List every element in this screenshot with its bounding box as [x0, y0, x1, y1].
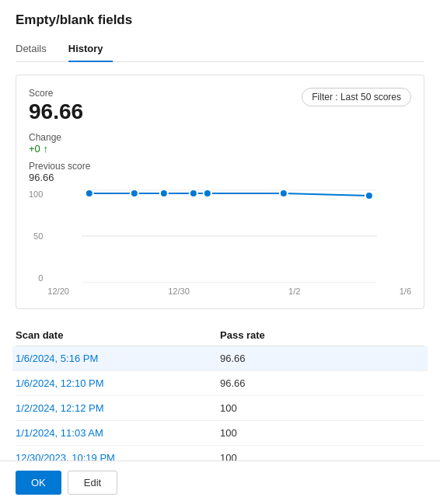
header-pass-rate: Pass rate [220, 329, 424, 341]
line-chart-svg [47, 189, 411, 283]
scan-date-cell[interactable]: 1/2/2024, 12:12 PM [16, 402, 220, 414]
svg-point-7 [204, 189, 211, 197]
pass-rate-cell: 96.66 [220, 353, 424, 364]
chart-header: Score 96.66 Change +0 ↑ Previous score 9… [29, 88, 411, 183]
table-row: 1/6/2024, 12:10 PM96.66 [16, 371, 424, 396]
scan-date-cell[interactable]: 1/6/2024, 5:16 PM [16, 353, 220, 364]
y-label-100: 100 [29, 189, 43, 199]
x-label-12: 1/2 [288, 287, 300, 296]
score-section: Score 96.66 Change +0 ↑ Previous score 9… [29, 88, 90, 183]
pass-rate-cell: 100 [220, 402, 424, 414]
edit-button[interactable]: Edit [68, 471, 117, 495]
score-value: 96.66 [29, 100, 90, 124]
prev-score-value: 96.66 [29, 172, 90, 183]
y-axis: 100 50 0 [29, 189, 47, 283]
table-row: 1/1/2024, 11:03 AM100 [16, 421, 424, 446]
pass-rate-cell: 100 [220, 427, 424, 439]
svg-point-4 [131, 189, 138, 197]
x-label-1230: 12/30 [168, 287, 190, 296]
chart-wrapper: 100 50 0 [29, 189, 411, 296]
chart-card: Score 96.66 Change +0 ↑ Previous score 9… [16, 75, 424, 309]
table-row: 1/2/2024, 12:12 PM100 [16, 396, 424, 421]
change-value: +0 ↑ [29, 143, 90, 155]
tab-history[interactable]: History [68, 38, 113, 62]
score-label: Score [29, 88, 90, 99]
tab-bar: Details History [16, 37, 424, 62]
scan-date-cell[interactable]: 1/1/2024, 11:03 AM [16, 427, 220, 439]
header-scan-date: Scan date [16, 329, 220, 341]
y-label-50: 50 [33, 231, 43, 241]
x-label-16: 1/6 [400, 287, 411, 296]
svg-point-9 [365, 192, 373, 200]
x-label-1220: 12/20 [47, 287, 69, 296]
table-header: Scan date Pass rate [16, 325, 424, 346]
footer: OK Edit [0, 461, 440, 504]
prev-score-label: Previous score [29, 161, 90, 172]
filter-button[interactable]: Filter : Last 50 scores [302, 88, 411, 106]
y-label-0: 0 [38, 273, 43, 283]
change-label: Change [29, 132, 90, 143]
chart-svg-container: 12/20 12/30 1/2 1/6 [47, 189, 411, 296]
table-row: 1/6/2024, 5:16 PM96.66 [12, 346, 428, 371]
x-axis: 12/20 12/30 1/2 1/6 [47, 287, 411, 296]
pass-rate-cell: 96.66 [220, 377, 424, 389]
svg-point-8 [280, 189, 288, 197]
tab-details[interactable]: Details [16, 38, 56, 62]
ok-button[interactable]: OK [16, 471, 61, 495]
svg-point-6 [190, 189, 197, 197]
page-title: Empty/blank fields [16, 12, 424, 28]
page-container: Empty/blank fields Details History Score… [0, 0, 440, 504]
scan-date-cell[interactable]: 1/6/2024, 12:10 PM [16, 377, 220, 389]
svg-point-5 [160, 189, 168, 197]
svg-point-3 [86, 189, 93, 197]
